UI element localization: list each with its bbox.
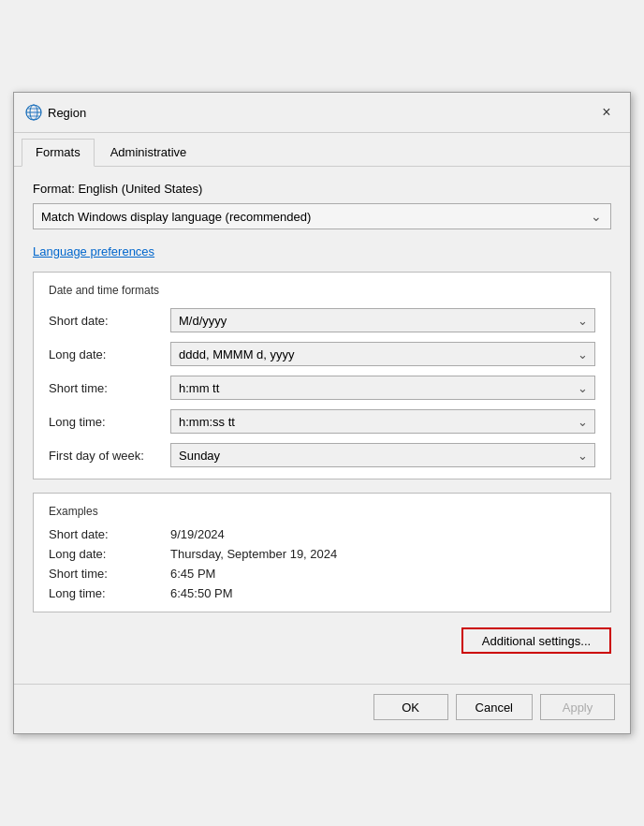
example-short-time-label: Short time: — [49, 567, 170, 581]
example-short-date-label: Short date: — [49, 527, 170, 541]
tabs-bar: Formats Administrative — [14, 133, 630, 167]
cancel-button[interactable]: Cancel — [456, 694, 533, 720]
language-preferences-link[interactable]: Language preferences — [33, 244, 154, 258]
example-long-time-label: Long time: — [49, 586, 170, 600]
region-icon — [25, 104, 42, 121]
window-title: Region — [48, 106, 86, 120]
short-date-label: Short date: — [49, 314, 170, 328]
long-date-select-wrapper: dddd, MMMM d, yyyy — [170, 342, 595, 366]
examples-group: Examples Short date: 9/19/2024 Long date… — [33, 493, 611, 612]
format-dropdown[interactable]: Match Windows display language (recommen… — [33, 203, 611, 229]
example-long-date-value: Thursday, September 19, 2024 — [170, 547, 337, 561]
tab-administrative[interactable]: Administrative — [96, 139, 201, 166]
title-bar: Region × — [14, 93, 630, 133]
short-date-select-wrapper: M/d/yyyy — [170, 308, 595, 332]
long-time-select-wrapper: h:mm:ss tt — [170, 409, 595, 434]
short-date-row: Short date: M/d/yyyy — [49, 308, 595, 332]
title-bar-left: Region — [25, 104, 86, 121]
example-long-date: Long date: Thursday, September 19, 2024 — [49, 547, 595, 561]
date-time-group: Date and time formats Short date: M/d/yy… — [33, 272, 611, 479]
additional-settings-row: Additional settings... — [33, 627, 611, 654]
long-time-row: Long time: h:mm:ss tt — [49, 409, 595, 434]
ok-button[interactable]: OK — [373, 694, 448, 720]
tab-formats[interactable]: Formats — [22, 139, 95, 167]
date-time-group-title: Date and time formats — [49, 284, 595, 297]
first-day-select[interactable]: Sunday — [170, 443, 595, 467]
formats-content: Format: English (United States) Match Wi… — [14, 167, 630, 684]
long-date-row: Long date: dddd, MMMM d, yyyy — [49, 342, 595, 366]
short-time-row: Short time: h:mm tt — [49, 376, 595, 400]
example-short-date: Short date: 9/19/2024 — [49, 527, 595, 541]
long-date-select[interactable]: dddd, MMMM d, yyyy — [170, 342, 595, 366]
first-day-select-wrapper: Sunday — [170, 443, 595, 467]
short-time-select[interactable]: h:mm tt — [170, 376, 595, 400]
example-short-time-value: 6:45 PM — [170, 567, 215, 581]
example-long-date-label: Long date: — [49, 547, 170, 561]
first-day-row: First day of week: Sunday — [49, 443, 595, 467]
example-short-date-value: 9/19/2024 — [170, 527, 225, 541]
long-time-select[interactable]: h:mm:ss tt — [170, 409, 595, 434]
additional-settings-button[interactable]: Additional settings... — [461, 627, 611, 654]
example-long-time: Long time: 6:45:50 PM — [49, 586, 595, 600]
first-day-label: First day of week: — [49, 449, 170, 463]
long-time-label: Long time: — [49, 415, 170, 429]
long-date-label: Long date: — [49, 347, 170, 361]
examples-title: Examples — [49, 505, 595, 518]
example-long-time-value: 6:45:50 PM — [170, 586, 233, 600]
format-dropdown-wrapper: Match Windows display language (recommen… — [33, 203, 611, 229]
dialog-footer: OK Cancel Apply — [14, 684, 630, 733]
short-time-label: Short time: — [49, 381, 170, 395]
short-time-select-wrapper: h:mm tt — [170, 376, 595, 400]
example-short-time: Short time: 6:45 PM — [49, 567, 595, 581]
format-label: Format: English (United States) — [33, 182, 611, 196]
short-date-select[interactable]: M/d/yyyy — [170, 308, 595, 332]
close-button[interactable]: × — [594, 100, 619, 125]
region-dialog: Region × Formats Administrative Format: … — [13, 92, 631, 734]
apply-button[interactable]: Apply — [540, 694, 615, 720]
